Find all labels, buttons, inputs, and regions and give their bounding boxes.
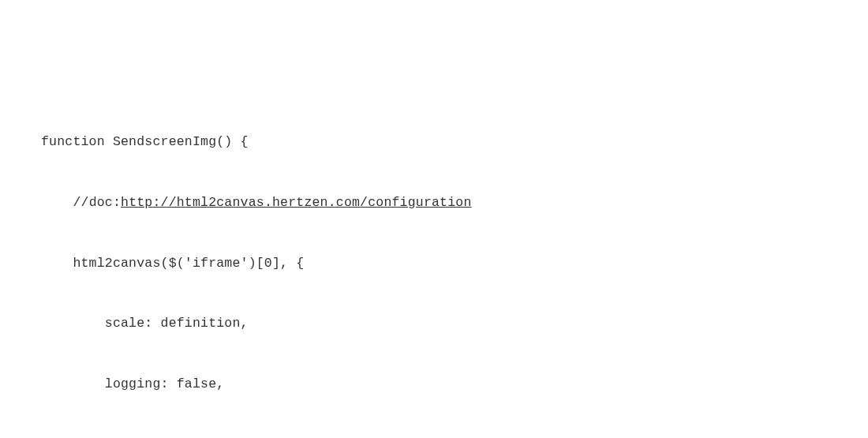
- code-line: html2canvas($('iframe')[0], {: [41, 253, 868, 274]
- doc-url: http://html2canvas.hertzen.com/configura…: [121, 195, 471, 210]
- code-line: useCORS: true: [41, 435, 868, 438]
- comment-prefix: //doc:: [73, 195, 121, 210]
- code-line: logging: false,: [41, 374, 868, 395]
- code-line: function SendscreenImg() {: [41, 132, 868, 152]
- code-line: scale: definition,: [41, 313, 868, 334]
- code-block: function SendscreenImg() { //doc:http://…: [41, 92, 868, 438]
- code-line-comment: //doc:http://html2canvas.hertzen.com/con…: [41, 193, 868, 213]
